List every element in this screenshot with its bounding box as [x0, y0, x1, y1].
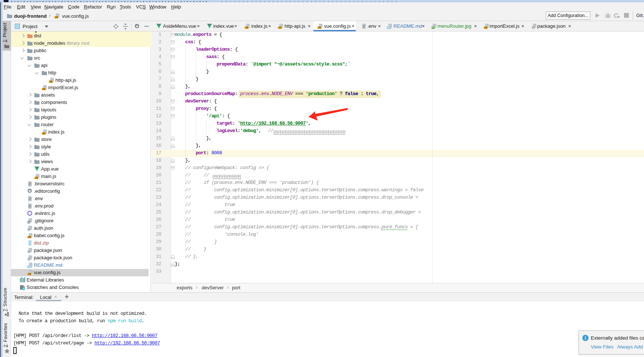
svg-text:JS: JS [245, 26, 249, 29]
svg-text:JS: JS [42, 132, 45, 135]
svg-text:JS: JS [55, 16, 58, 18]
svg-text:{}: {} [28, 228, 30, 231]
svg-text:{}: {} [28, 250, 30, 253]
svg-text:JS: JS [279, 26, 282, 29]
svg-text:JS: JS [35, 176, 38, 179]
svg-text:JS: JS [28, 236, 31, 238]
svg-text:{}: {} [28, 258, 30, 261]
svg-text:MD: MD [387, 26, 391, 29]
svg-text:{}: {} [532, 26, 534, 29]
svg-text:JS: JS [484, 26, 488, 29]
svg-text:JS: JS [28, 273, 31, 275]
svg-text:C: C [614, 12, 618, 19]
svg-text:JS: JS [42, 88, 45, 90]
svg-text:MD: MD [27, 265, 31, 268]
svg-text:JS: JS [318, 26, 321, 29]
svg-text:JS: JS [50, 80, 53, 83]
